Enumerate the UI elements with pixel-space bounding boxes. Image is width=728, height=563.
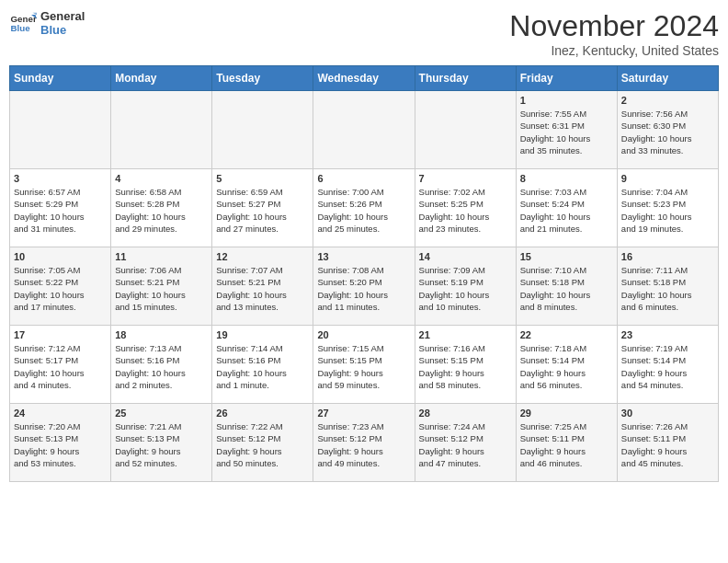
day-info: Sunrise: 7:08 AM Sunset: 5:20 PM Dayligh…: [317, 264, 410, 313]
day-cell: 16Sunrise: 7:11 AM Sunset: 5:18 PM Dayli…: [617, 247, 718, 326]
day-cell: 5Sunrise: 6:59 AM Sunset: 5:27 PM Daylig…: [212, 169, 313, 247]
day-cell: 23Sunrise: 7:19 AM Sunset: 5:14 PM Dayli…: [617, 326, 718, 404]
day-cell: [415, 91, 516, 169]
day-number: 1: [520, 95, 613, 106]
day-number: 16: [621, 251, 714, 262]
day-cell: 4Sunrise: 6:58 AM Sunset: 5:28 PM Daylig…: [111, 169, 212, 247]
day-info: Sunrise: 7:09 AM Sunset: 5:19 PM Dayligh…: [419, 264, 512, 313]
day-info: Sunrise: 7:05 AM Sunset: 5:22 PM Dayligh…: [14, 264, 107, 313]
day-cell: [111, 91, 212, 169]
day-cell: 7Sunrise: 7:02 AM Sunset: 5:25 PM Daylig…: [415, 169, 516, 247]
day-info: Sunrise: 7:00 AM Sunset: 5:26 PM Dayligh…: [317, 186, 410, 235]
day-number: 12: [216, 251, 309, 262]
day-cell: 25Sunrise: 7:21 AM Sunset: 5:13 PM Dayli…: [111, 404, 212, 482]
day-cell: 30Sunrise: 7:26 AM Sunset: 5:11 PM Dayli…: [617, 404, 718, 482]
day-info: Sunrise: 6:57 AM Sunset: 5:29 PM Dayligh…: [14, 186, 107, 235]
week-row-5: 24Sunrise: 7:20 AM Sunset: 5:13 PM Dayli…: [10, 404, 719, 482]
day-number: 23: [621, 329, 714, 340]
col-header-tuesday: Tuesday: [212, 66, 313, 91]
day-info: Sunrise: 7:11 AM Sunset: 5:18 PM Dayligh…: [621, 264, 714, 313]
calendar-table: SundayMondayTuesdayWednesdayThursdayFrid…: [9, 65, 719, 482]
day-info: Sunrise: 7:03 AM Sunset: 5:24 PM Dayligh…: [520, 186, 613, 235]
day-cell: 24Sunrise: 7:20 AM Sunset: 5:13 PM Dayli…: [10, 404, 111, 482]
day-info: Sunrise: 7:04 AM Sunset: 5:23 PM Dayligh…: [621, 186, 714, 235]
day-number: 9: [621, 173, 714, 184]
title-area: November 2024 Inez, Kentucky, United Sta…: [509, 9, 719, 58]
day-cell: 21Sunrise: 7:16 AM Sunset: 5:15 PM Dayli…: [415, 326, 516, 404]
col-header-sunday: Sunday: [10, 66, 111, 91]
day-info: Sunrise: 7:24 AM Sunset: 5:12 PM Dayligh…: [419, 420, 512, 469]
day-cell: 19Sunrise: 7:14 AM Sunset: 5:16 PM Dayli…: [212, 326, 313, 404]
col-header-monday: Monday: [111, 66, 212, 91]
day-number: 24: [14, 408, 107, 419]
day-info: Sunrise: 6:58 AM Sunset: 5:28 PM Dayligh…: [115, 186, 208, 235]
day-info: Sunrise: 7:22 AM Sunset: 5:12 PM Dayligh…: [216, 420, 309, 469]
day-cell: 6Sunrise: 7:00 AM Sunset: 5:26 PM Daylig…: [313, 169, 415, 247]
col-header-thursday: Thursday: [415, 66, 516, 91]
week-row-4: 17Sunrise: 7:12 AM Sunset: 5:17 PM Dayli…: [10, 326, 719, 404]
day-number: 10: [14, 251, 107, 262]
day-number: 21: [419, 329, 512, 340]
day-info: Sunrise: 7:02 AM Sunset: 5:25 PM Dayligh…: [419, 186, 512, 235]
col-header-friday: Friday: [516, 66, 617, 91]
day-info: Sunrise: 7:10 AM Sunset: 5:18 PM Dayligh…: [520, 264, 613, 313]
day-cell: 3Sunrise: 6:57 AM Sunset: 5:29 PM Daylig…: [10, 169, 111, 247]
day-cell: 18Sunrise: 7:13 AM Sunset: 5:16 PM Dayli…: [111, 326, 212, 404]
day-number: 29: [520, 408, 613, 419]
week-row-2: 3Sunrise: 6:57 AM Sunset: 5:29 PM Daylig…: [10, 169, 719, 247]
day-cell: 8Sunrise: 7:03 AM Sunset: 5:24 PM Daylig…: [516, 169, 617, 247]
day-number: 20: [317, 329, 410, 340]
day-cell: 28Sunrise: 7:24 AM Sunset: 5:12 PM Dayli…: [415, 404, 516, 482]
svg-text:Blue: Blue: [11, 23, 31, 33]
day-info: Sunrise: 7:20 AM Sunset: 5:13 PM Dayligh…: [14, 420, 107, 469]
day-info: Sunrise: 7:23 AM Sunset: 5:12 PM Dayligh…: [317, 420, 410, 469]
col-header-saturday: Saturday: [617, 66, 718, 91]
day-number: 22: [520, 329, 613, 340]
day-info: Sunrise: 6:59 AM Sunset: 5:27 PM Dayligh…: [216, 186, 309, 235]
logo-icon: General Blue: [9, 9, 37, 37]
day-number: 19: [216, 329, 309, 340]
day-info: Sunrise: 7:21 AM Sunset: 5:13 PM Dayligh…: [115, 420, 208, 469]
day-cell: [10, 91, 111, 169]
day-number: 15: [520, 251, 613, 262]
day-number: 18: [115, 329, 208, 340]
day-number: 2: [621, 95, 714, 106]
header: General Blue General Blue November 2024 …: [9, 9, 719, 58]
day-cell: 26Sunrise: 7:22 AM Sunset: 5:12 PM Dayli…: [212, 404, 313, 482]
day-cell: [313, 91, 415, 169]
day-number: 25: [115, 408, 208, 419]
day-cell: 27Sunrise: 7:23 AM Sunset: 5:12 PM Dayli…: [313, 404, 415, 482]
month-title: November 2024: [509, 9, 719, 43]
day-info: Sunrise: 7:26 AM Sunset: 5:11 PM Dayligh…: [621, 420, 714, 469]
day-info: Sunrise: 7:12 AM Sunset: 5:17 PM Dayligh…: [14, 342, 107, 391]
day-number: 26: [216, 408, 309, 419]
logo: General Blue General Blue: [9, 9, 85, 37]
day-info: Sunrise: 7:06 AM Sunset: 5:21 PM Dayligh…: [115, 264, 208, 313]
day-info: Sunrise: 7:18 AM Sunset: 5:14 PM Dayligh…: [520, 342, 613, 391]
location-title: Inez, Kentucky, United States: [509, 43, 719, 58]
day-cell: 14Sunrise: 7:09 AM Sunset: 5:19 PM Dayli…: [415, 247, 516, 326]
day-number: 30: [621, 408, 714, 419]
header-row: SundayMondayTuesdayWednesdayThursdayFrid…: [10, 66, 719, 91]
day-info: Sunrise: 7:25 AM Sunset: 5:11 PM Dayligh…: [520, 420, 613, 469]
day-cell: 20Sunrise: 7:15 AM Sunset: 5:15 PM Dayli…: [313, 326, 415, 404]
day-info: Sunrise: 7:07 AM Sunset: 5:21 PM Dayligh…: [216, 264, 309, 313]
day-cell: [212, 91, 313, 169]
day-number: 13: [317, 251, 410, 262]
day-cell: 15Sunrise: 7:10 AM Sunset: 5:18 PM Dayli…: [516, 247, 617, 326]
day-number: 6: [317, 173, 410, 184]
day-cell: 1Sunrise: 7:55 AM Sunset: 6:31 PM Daylig…: [516, 91, 617, 169]
day-cell: 12Sunrise: 7:07 AM Sunset: 5:21 PM Dayli…: [212, 247, 313, 326]
day-number: 5: [216, 173, 309, 184]
day-number: 27: [317, 408, 410, 419]
day-number: 17: [14, 329, 107, 340]
col-header-wednesday: Wednesday: [313, 66, 415, 91]
day-info: Sunrise: 7:15 AM Sunset: 5:15 PM Dayligh…: [317, 342, 410, 391]
day-cell: 10Sunrise: 7:05 AM Sunset: 5:22 PM Dayli…: [10, 247, 111, 326]
day-info: Sunrise: 7:13 AM Sunset: 5:16 PM Dayligh…: [115, 342, 208, 391]
day-cell: 29Sunrise: 7:25 AM Sunset: 5:11 PM Dayli…: [516, 404, 617, 482]
week-row-1: 1Sunrise: 7:55 AM Sunset: 6:31 PM Daylig…: [10, 91, 719, 169]
day-cell: 17Sunrise: 7:12 AM Sunset: 5:17 PM Dayli…: [10, 326, 111, 404]
day-number: 8: [520, 173, 613, 184]
day-cell: 11Sunrise: 7:06 AM Sunset: 5:21 PM Dayli…: [111, 247, 212, 326]
